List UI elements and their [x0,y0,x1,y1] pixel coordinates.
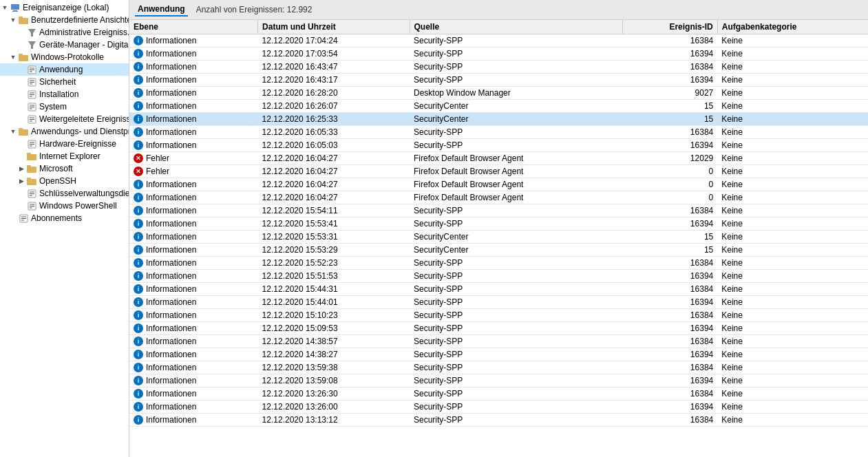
table-row[interactable]: iInformationen12.12.2020 16:04:27Firefox… [129,178,868,191]
table-row[interactable]: iInformationen12.12.2020 15:54:11Securit… [129,204,868,217]
col-header-task[interactable]: Aufgabenkategorie [717,20,868,34]
level-text: Informationen [146,389,196,398]
table-row[interactable]: iInformationen12.12.2020 13:59:38Securit… [129,361,868,374]
tree-expand-icon [17,40,26,50]
sidebar-item-administrative[interactable]: Administrative Ereigniss... [0,26,129,39]
col-header-event_id[interactable]: Ereignis-ID [622,20,717,34]
cell-level: iInformationen [129,283,258,296]
table-row[interactable]: iInformationen12.12.2020 16:43:17Securit… [129,74,868,87]
table-row[interactable]: iInformationen12.12.2020 15:44:01Securit… [129,296,868,309]
table-row[interactable]: iInformationen12.12.2020 16:05:33Securit… [129,126,868,139]
table-row[interactable]: iInformationen12.12.2020 16:04:27Firefox… [129,191,868,204]
log-icon [26,200,37,211]
sidebar-item-sicherheit[interactable]: Sicherheit [0,76,129,88]
tree-expand-icon[interactable]: ▼ [8,52,18,62]
cell-task: Keine [717,126,868,139]
cell-level: iInformationen [129,139,258,152]
cell-date: 12.12.2020 16:25:33 [258,113,410,126]
table-row[interactable]: iInformationen12.12.2020 15:09:53Securit… [129,322,868,335]
tree-expand-icon [17,102,26,111]
tree-expand-icon[interactable]: ▶ [17,176,26,186]
cell-source: Security-SPP [410,257,622,270]
sidebar-item-label: Anwendung [39,65,83,74]
sidebar-item-benutzerdefinierte[interactable]: ▼Benutzerdefinierte Ansichten [0,14,129,26]
cell-event-id: 16394 [622,47,717,61]
sidebar-item-weitergeleitet[interactable]: Weitergeleitete Ereigniss... [0,113,129,125]
table-row[interactable]: iInformationen12.12.2020 15:53:29Securit… [129,244,868,257]
table-row[interactable]: iInformationen12.12.2020 15:52:23Securit… [129,257,868,270]
cell-source: Security-SPP [410,361,622,374]
table-row[interactable]: iInformationen12.12.2020 16:43:47Securit… [129,61,868,74]
sidebar-item-powershell[interactable]: Windows PowerShell [0,200,129,212]
table-row[interactable]: ✕Fehler12.12.2020 16:04:27Firefox Defaul… [129,165,868,178]
sidebar-item-ereignisanzeige[interactable]: ▼Ereignisanzeige (Lokal) [0,1,129,14]
sidebar-item-geraete[interactable]: Geräte-Manager - Digital... [0,39,129,51]
sidebar-item-anwendungen-dienste[interactable]: ▼Anwendungs- und Dienstpr... [0,125,129,138]
cell-level: iInformationen [129,244,258,257]
cell-level: iInformationen [129,361,258,374]
cell-source: Security-SPP [410,139,622,152]
cell-task: Keine [717,270,868,283]
tree-expand-icon[interactable]: ▼ [8,15,18,25]
col-header-level[interactable]: Ebene [129,20,258,34]
sidebar-item-installation[interactable]: Installation [0,88,129,100]
svg-rect-38 [27,165,31,167]
sidebar-item-label: Internet Explorer [39,151,100,161]
table-row[interactable]: iInformationen12.12.2020 17:03:54Securit… [129,47,868,61]
cell-level: iInformationen [129,126,258,139]
table-row[interactable]: iInformationen12.12.2020 13:13:12Securit… [129,414,868,427]
table-row[interactable]: iInformationen12.12.2020 16:25:33Securit… [129,113,868,126]
table-row[interactable]: iInformationen12.12.2020 13:59:08Securit… [129,374,868,387]
col-header-source[interactable]: Quelle [410,20,622,34]
info-icon: i [134,127,143,137]
level-text: Informationen [146,62,196,72]
cell-date: 12.12.2020 16:05:03 [258,139,410,152]
event-table-container[interactable]: EbeneDatum und UhrzeitQuelleEreignis-IDA… [129,20,868,457]
cell-source: Firefox Default Browser Agent [410,152,622,165]
svg-rect-39 [27,179,36,185]
header-tab-anwendung[interactable]: Anwendung [135,3,188,17]
sidebar-item-windows-protokolle[interactable]: ▼Windows-Protokolle [0,51,129,63]
sidebar-item-openssh[interactable]: ▶OpenSSH [0,175,129,187]
svg-rect-37 [27,167,36,173]
cell-level: iInformationen [129,100,258,113]
svg-rect-3 [19,18,28,24]
sidebar-item-internet-explorer[interactable]: Internet Explorer [0,150,129,162]
cell-source: Security-SPP [410,322,622,335]
sidebar-item-anwendung[interactable]: Anwendung [0,63,129,76]
sidebar-item-schluessel[interactable]: Schlüsselverwaltungsdie... [0,187,129,200]
table-row[interactable]: iInformationen12.12.2020 15:44:31Securit… [129,283,868,296]
svg-rect-7 [19,55,28,61]
sidebar-item-microsoft[interactable]: ▶Microsoft [0,162,129,175]
sidebar-item-label: Windows PowerShell [39,201,117,211]
table-row[interactable]: iInformationen12.12.2020 15:10:23Securit… [129,309,868,322]
cell-event-id: 16384 [622,204,717,217]
table-row[interactable]: iInformationen12.12.2020 15:53:31Securit… [129,231,868,244]
table-row[interactable]: ✕Fehler12.12.2020 16:04:27Firefox Defaul… [129,152,868,165]
cell-event-id: 0 [622,165,717,178]
level-text: Fehler [146,153,169,163]
level-text: Informationen [146,127,196,137]
table-row[interactable]: iInformationen12.12.2020 16:26:07Securit… [129,100,868,113]
cell-date: 12.12.2020 16:05:33 [258,126,410,139]
tree-expand-icon[interactable]: ▼ [0,3,10,12]
tree-expand-icon[interactable]: ▶ [17,164,26,173]
table-row[interactable]: iInformationen12.12.2020 14:38:27Securit… [129,348,868,361]
sidebar-item-system[interactable]: System [0,100,129,113]
cell-level: iInformationen [129,387,258,401]
cell-source: Desktop Window Manager [410,87,622,100]
table-row[interactable]: iInformationen12.12.2020 17:04:24Securit… [129,34,868,47]
table-row[interactable]: iInformationen12.12.2020 13:26:00Securit… [129,401,868,414]
table-row[interactable]: iInformationen12.12.2020 16:05:03Securit… [129,139,868,152]
table-row[interactable]: iInformationen12.12.2020 13:26:30Securit… [129,387,868,401]
cell-source: Security-SPP [410,387,622,401]
col-header-date[interactable]: Datum und Uhrzeit [258,20,410,34]
table-row[interactable]: iInformationen12.12.2020 16:28:20Desktop… [129,87,868,100]
sidebar-item-hardware-ereignisse[interactable]: Hardware-Ereignisse [0,138,129,150]
sidebar-item-abonnements[interactable]: Abonnements [0,212,129,224]
table-row[interactable]: iInformationen12.12.2020 15:53:41Securit… [129,217,868,231]
table-row[interactable]: iInformationen12.12.2020 14:38:57Securit… [129,335,868,348]
tree-expand-icon[interactable]: ▼ [8,127,18,136]
table-row[interactable]: iInformationen12.12.2020 15:51:53Securit… [129,270,868,283]
svg-rect-35 [27,154,36,160]
